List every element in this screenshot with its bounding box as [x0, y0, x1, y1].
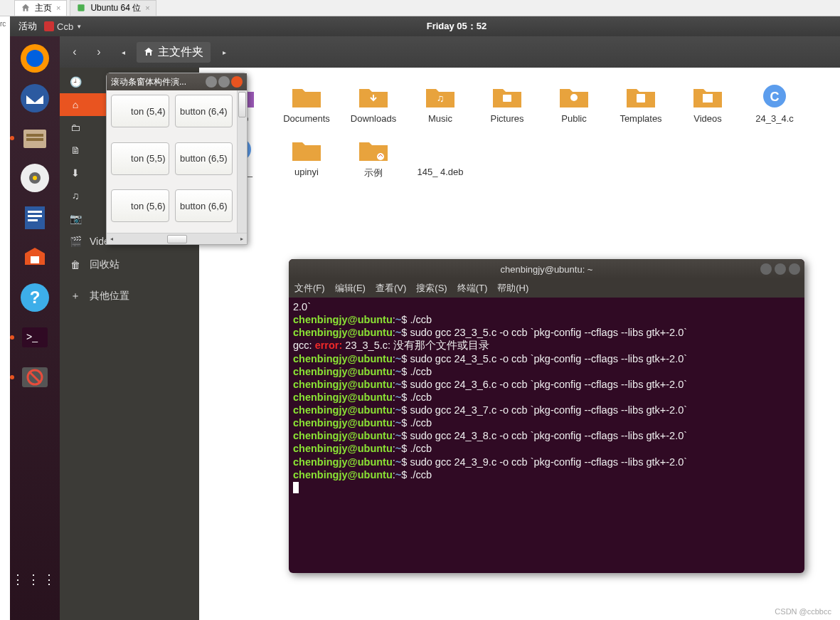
menu-item[interactable]: 终端(T) [457, 282, 488, 295]
svg-rect-0 [78, 4, 85, 11]
close-button[interactable] [231, 76, 243, 88]
terminal-titlebar[interactable]: chenbingjy@ubuntu: ~ [289, 259, 804, 279]
grid-button[interactable]: button (6,5) [175, 142, 233, 175]
scrollbar-thumb[interactable] [238, 92, 246, 117]
photo-icon: 📷 [70, 213, 81, 224]
fm-header: ‹ › ◂ 主文件夹 ▸ [60, 36, 840, 68]
music-icon: ♫ [70, 190, 81, 201]
folder-icon [557, 82, 591, 110]
launcher-rhythmbox[interactable] [16, 159, 54, 197]
plus-icon: ＋ [70, 290, 81, 302]
maximize-button[interactable] [775, 263, 786, 275]
folder-label: upinyi [294, 167, 319, 177]
grid-button[interactable]: ton (5,4) [111, 95, 169, 127]
minimize-button[interactable] [206, 76, 217, 88]
svg-point-10 [33, 176, 37, 180]
svg-text:?: ? [30, 288, 41, 307]
grid-button[interactable]: ton (5,6) [111, 189, 169, 222]
minimize-button[interactable] [760, 263, 772, 275]
video-icon: 🎬 [70, 236, 81, 247]
close-icon[interactable]: × [56, 4, 60, 12]
folder-item[interactable]: upinyi [273, 135, 340, 179]
folder-item[interactable]: Downloads [340, 82, 407, 124]
horizontal-scrollbar[interactable]: ◂ ▸ [107, 233, 247, 244]
svg-rect-27 [703, 94, 713, 103]
grid-button[interactable]: ton (5,5) [111, 142, 169, 175]
menu-item[interactable]: 文件(F) [294, 282, 325, 295]
home-icon: ⌂ [70, 99, 81, 110]
clock-icon: 🕘 [70, 76, 81, 88]
vm-tab-ubuntu[interactable]: Ubuntu 64 位 × [70, 0, 156, 16]
path-label: 主文件夹 [158, 45, 203, 60]
terminal-menubar: 文件(F)编辑(E)查看(V)搜索(S)终端(T)帮助(H) [289, 279, 804, 298]
folder-item[interactable]: Templates [607, 82, 674, 124]
folder-item[interactable]: Pictures [474, 82, 541, 124]
launcher-terminal[interactable]: >_ [16, 318, 54, 357]
folder-icon [624, 82, 658, 110]
folder-item[interactable]: Documents [273, 82, 340, 124]
menu-item[interactable]: 编辑(E) [335, 282, 366, 295]
folder-item[interactable]: C24_3_4.c [741, 82, 808, 124]
folder-item[interactable]: Public [541, 82, 607, 124]
svg-rect-15 [31, 256, 39, 263]
folder-label: Music [428, 113, 452, 124]
folder-icon [289, 82, 324, 110]
nav-back-button[interactable]: ‹ [64, 41, 85, 63]
show-apps-button[interactable]: ⋮⋮⋮ [16, 560, 54, 599]
launcher-software[interactable] [16, 238, 54, 277]
app-icon [44, 21, 54, 31]
svg-point-4 [21, 84, 49, 112]
vm-tab-home[interactable]: 主页 × [14, 0, 67, 16]
gtk-titlebar[interactable]: 滚动条窗体构件演... [107, 73, 247, 90]
folder-label: 示例 [364, 167, 383, 179]
close-button[interactable] [789, 263, 800, 275]
launcher-writer[interactable] [16, 199, 54, 237]
sidebar-item-label: 回收站 [90, 258, 119, 271]
grid-button[interactable]: button (6,4) [175, 95, 233, 127]
scrollbar-thumb[interactable] [167, 235, 187, 243]
menu-item[interactable]: 查看(V) [376, 282, 406, 295]
grid-button[interactable]: button (6,6) [175, 189, 233, 222]
app-menu[interactable]: Ccb ▼ [44, 21, 82, 32]
host-edge-text: rc [0, 20, 6, 28]
folder-item[interactable]: 示例 [340, 135, 407, 179]
trash-icon: 🗑 [70, 259, 81, 270]
scroll-right-icon[interactable]: ▸ [237, 234, 247, 244]
nav-caret-left[interactable]: ◂ [112, 41, 134, 63]
topbar-clock[interactable]: Friday 05：52 [82, 20, 831, 33]
sidebar-item-label: 其他位置 [90, 290, 129, 303]
maximize-button[interactable] [218, 76, 230, 88]
nav-forward-button[interactable]: › [88, 41, 110, 63]
gtk-title-text: 滚动条窗体构件演... [111, 76, 204, 88]
launcher-help[interactable]: ? [16, 278, 54, 317]
sidebar-item-other[interactable]: ＋其他位置 [60, 284, 199, 308]
folder-item[interactable]: Videos [674, 82, 741, 124]
launcher-files[interactable] [16, 119, 54, 157]
sidebar-item-trash[interactable]: 🗑回收站 [60, 253, 199, 277]
folder-icon: ♫ [423, 82, 457, 110]
app-menu-label: Ccb [57, 21, 73, 32]
scroll-left-icon[interactable]: ◂ [107, 234, 117, 244]
path-bar[interactable]: 主文件夹 [137, 42, 211, 63]
launcher-ccb[interactable] [16, 358, 54, 396]
folder-label: Documents [283, 113, 330, 124]
svg-rect-11 [25, 206, 45, 229]
vm-tab-ubuntu-label: Ubuntu 64 位 [90, 2, 141, 14]
folder-item[interactable]: ♫Music [407, 82, 474, 124]
vm-tab-bar: 主页 × Ubuntu 64 位 × [0, 0, 840, 16]
activities-button[interactable]: 活动 [18, 20, 37, 33]
terminal-output[interactable]: 2.0`chenbingjy@ubuntu:~$ ./ccbchenbingjy… [289, 298, 804, 497]
nav-caret-right[interactable]: ▸ [213, 41, 235, 63]
svg-point-25 [570, 94, 578, 101]
svg-rect-13 [28, 215, 42, 217]
menu-item[interactable]: 帮助(H) [497, 282, 528, 295]
menu-item[interactable]: 搜索(S) [416, 282, 447, 295]
close-icon[interactable]: × [145, 4, 149, 12]
vertical-scrollbar[interactable] [237, 90, 247, 233]
launcher-thunderbird[interactable] [16, 79, 54, 117]
folder-item[interactable]: 145_ 4.deb [407, 135, 474, 179]
svg-rect-14 [28, 219, 38, 221]
vm-tab-home-label: 主页 [35, 2, 52, 14]
folder-icon: 🗀 [70, 122, 81, 133]
launcher-firefox[interactable] [16, 39, 54, 78]
